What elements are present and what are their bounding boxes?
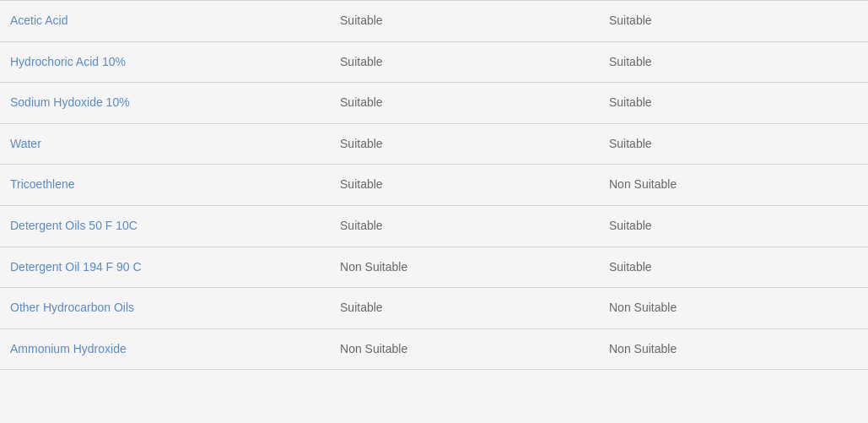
table-row: Ammonium HydroxideNon SuitableNon Suitab… xyxy=(0,329,868,371)
row-col2-value: Suitable xyxy=(330,206,599,247)
row-col2-value: Suitable xyxy=(330,165,599,205)
row-col3-value: Non Suitable xyxy=(599,288,868,328)
row-chemical-name: Sodium Hydoxide 10% xyxy=(0,83,330,123)
row-col2-value: Suitable xyxy=(330,124,599,165)
table-row: Detergent Oils 50 F 10CSuitableSuitable xyxy=(0,206,868,247)
table-row: Hydrochoric Acid 10%SuitableSuitable xyxy=(0,42,868,84)
row-chemical-name: Other Hydrocarbon Oils xyxy=(0,288,330,328)
row-col2-value: Suitable xyxy=(330,42,599,83)
row-col3-value: Suitable xyxy=(599,247,868,288)
table-row: TricoethleneSuitableNon Suitable xyxy=(0,165,868,206)
row-col3-value: Non Suitable xyxy=(599,329,868,370)
row-col3-value: Suitable xyxy=(599,83,868,123)
row-chemical-name: Ammonium Hydroxide xyxy=(0,329,330,370)
row-chemical-name: Water xyxy=(0,124,330,165)
row-col3-value: Suitable xyxy=(599,1,868,41)
table-row: WaterSuitableSuitable xyxy=(0,124,868,165)
row-col3-value: Suitable xyxy=(599,42,868,83)
compatibility-table: Acetic AcidSuitableSuitableHydrochoric A… xyxy=(0,0,868,370)
table-row: Other Hydrocarbon OilsSuitableNon Suitab… xyxy=(0,288,868,329)
table-row: Acetic AcidSuitableSuitable xyxy=(0,0,868,42)
row-col2-value: Non Suitable xyxy=(330,247,599,288)
row-chemical-name: Detergent Oils 50 F 10C xyxy=(0,206,330,247)
row-col3-value: Suitable xyxy=(599,124,868,165)
table-row: Sodium Hydoxide 10%SuitableSuitable xyxy=(0,83,868,124)
row-col2-value: Non Suitable xyxy=(330,329,599,370)
row-col2-value: Suitable xyxy=(330,83,599,123)
row-chemical-name: Acetic Acid xyxy=(0,1,330,41)
row-col2-value: Suitable xyxy=(330,1,599,41)
row-chemical-name: Detergent Oil 194 F 90 C xyxy=(0,247,330,288)
table-row: Detergent Oil 194 F 90 CNon SuitableSuit… xyxy=(0,247,868,289)
row-chemical-name: Tricoethlene xyxy=(0,165,330,205)
row-col3-value: Suitable xyxy=(599,206,868,247)
row-col2-value: Suitable xyxy=(330,288,599,328)
row-col3-value: Non Suitable xyxy=(599,165,868,205)
row-chemical-name: Hydrochoric Acid 10% xyxy=(0,42,330,83)
